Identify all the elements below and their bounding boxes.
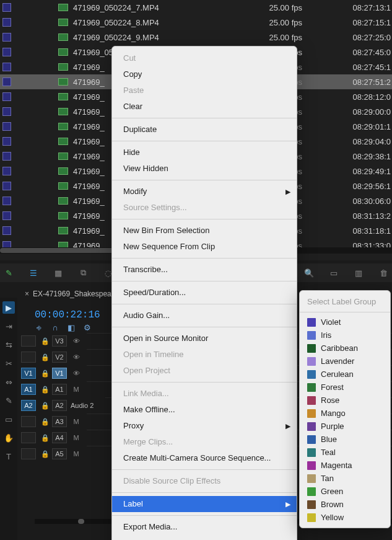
v2-source-patch[interactable]: [21, 352, 36, 363]
menu-view-hidden[interactable]: View Hidden: [112, 161, 297, 177]
v3-source-patch[interactable]: [21, 335, 36, 347]
label-tag[interactable]: [2, 226, 11, 235]
label-option[interactable]: Tan: [300, 472, 390, 485]
a4-target[interactable]: A4: [52, 432, 67, 443]
label-tag[interactable]: [2, 211, 11, 220]
lock-icon[interactable]: 🔒: [40, 352, 51, 363]
label-option[interactable]: Forest: [300, 381, 390, 394]
menu-speed[interactable]: Speed/Duration...: [112, 285, 297, 301]
menu-open-source[interactable]: Open in Source Monitor: [112, 330, 297, 347]
a3-target[interactable]: A3: [52, 416, 67, 427]
menu-modify[interactable]: Modify▶: [112, 184, 297, 200]
settings-icon[interactable]: ⚙: [83, 323, 92, 332]
lock-icon[interactable]: 🔒: [40, 368, 51, 379]
label-tag[interactable]: [2, 77, 11, 86]
v3-target[interactable]: V3: [52, 335, 67, 347]
close-icon[interactable]: ×: [25, 290, 29, 298]
lock-icon[interactable]: 🔒: [40, 448, 51, 459]
lock-icon[interactable]: 🔒: [40, 384, 51, 395]
v2-target[interactable]: V2: [52, 352, 67, 363]
slip-tool-icon[interactable]: ⇔: [2, 376, 15, 388]
label-option[interactable]: Iris: [300, 329, 390, 342]
mute-icon[interactable]: M: [71, 432, 82, 443]
menu-duplicate[interactable]: Duplicate: [112, 122, 297, 138]
a2-target[interactable]: A2: [52, 400, 67, 411]
lock-icon[interactable]: 🔒: [40, 432, 51, 443]
label-tag[interactable]: [2, 137, 11, 146]
mute-icon[interactable]: M: [71, 416, 82, 427]
menu-audio-gain[interactable]: Audio Gain...: [112, 308, 297, 324]
a1-source-patch[interactable]: A1: [21, 384, 36, 395]
label-option[interactable]: Blue: [300, 433, 390, 446]
menu-proxy[interactable]: Proxy▶: [112, 418, 297, 434]
label-tag[interactable]: [2, 3, 11, 12]
label-tag[interactable]: [2, 197, 11, 205]
trash-icon[interactable]: 🗑: [378, 268, 388, 278]
label-tag[interactable]: [2, 18, 11, 27]
pencil-icon[interactable]: ✎: [4, 268, 14, 278]
label-tag[interactable]: [2, 48, 11, 56]
ripple-tool-icon[interactable]: ⇆: [2, 339, 15, 351]
label-option[interactable]: Caribbean: [300, 342, 390, 355]
a1-target[interactable]: A1: [52, 384, 67, 395]
menu-transcribe[interactable]: Transcribe...: [112, 262, 297, 278]
a5-source-patch[interactable]: [21, 448, 36, 459]
a4-source-patch[interactable]: [21, 432, 36, 443]
insert-icon[interactable]: ⎆: [35, 323, 43, 332]
label-tag[interactable]: [2, 182, 11, 190]
label-option[interactable]: Lavender: [300, 355, 390, 368]
v1-target[interactable]: V1: [52, 368, 67, 379]
label-option[interactable]: Brown: [300, 498, 390, 511]
pen-tool-icon[interactable]: ✎: [2, 394, 15, 407]
label-tag[interactable]: [2, 152, 11, 161]
a3-source-patch[interactable]: [21, 416, 36, 427]
a5-target[interactable]: A5: [52, 448, 67, 459]
lock-icon[interactable]: 🔒: [40, 400, 51, 411]
menu-hide[interactable]: Hide: [112, 144, 297, 161]
label-tag[interactable]: [2, 122, 11, 131]
track-select-tool-icon[interactable]: ⇥: [2, 320, 15, 332]
new-bin-icon[interactable]: ▭: [329, 268, 339, 278]
hand-tool-icon[interactable]: ✋: [2, 432, 15, 444]
eye-icon[interactable]: 👁: [71, 368, 82, 379]
marker-icon[interactable]: ◧: [67, 323, 76, 332]
mute-icon[interactable]: M: [71, 448, 82, 459]
type-tool-icon[interactable]: T: [2, 450, 15, 463]
label-tag[interactable]: [2, 167, 11, 175]
eye-icon[interactable]: 👁: [71, 352, 82, 363]
freeform-view-icon[interactable]: ⧉: [78, 268, 88, 278]
selection-tool-icon[interactable]: ▶: [2, 301, 15, 314]
timeline-zoom-thumb[interactable]: [78, 519, 84, 524]
label-option[interactable]: Green: [300, 485, 390, 498]
sequence-tab[interactable]: × EX-471969_Shakespea: [25, 290, 111, 298]
search-icon[interactable]: 🔍: [304, 268, 314, 278]
menu-copy[interactable]: Copy: [112, 66, 297, 82]
label-option[interactable]: Cerulean: [300, 368, 390, 381]
eye-icon[interactable]: 👁: [71, 335, 82, 347]
label-option[interactable]: Violet: [300, 316, 390, 329]
a2-source-patch[interactable]: A2: [21, 400, 36, 411]
menu-new-sequence[interactable]: New Sequence From Clip: [112, 239, 297, 255]
mute-icon[interactable]: M: [71, 384, 82, 395]
new-item-icon[interactable]: ▥: [354, 268, 364, 278]
menu-make-offline[interactable]: Make Offline...: [112, 402, 297, 418]
menu-label[interactable]: Label▶: [112, 496, 297, 512]
menu-multicam[interactable]: Create Multi-Camera Source Sequence...: [112, 450, 297, 466]
lock-icon[interactable]: 🔒: [40, 335, 51, 347]
label-tag[interactable]: [2, 107, 11, 116]
playhead-timecode[interactable]: 00:00:22:16: [35, 309, 100, 321]
menu-clear[interactable]: Clear: [112, 99, 297, 115]
label-option[interactable]: Mango: [300, 407, 390, 420]
lock-icon[interactable]: 🔒: [40, 416, 51, 427]
label-tag[interactable]: [2, 63, 11, 71]
menu-new-bin[interactable]: New Bin From Selection: [112, 223, 297, 239]
label-option[interactable]: Yellow: [300, 511, 390, 524]
label-option[interactable]: Rose: [300, 394, 390, 407]
label-option[interactable]: Purple: [300, 420, 390, 433]
rect-tool-icon[interactable]: ▭: [2, 413, 15, 425]
clip-row[interactable]: 471969_050224_7.MP425.00 fps08:27:13:1: [0, 0, 392, 15]
clip-row[interactable]: 471969_050224_8.MP425.00 fps08:27:15:1: [0, 15, 392, 30]
razor-tool-icon[interactable]: ✂: [2, 357, 15, 370]
snap-icon[interactable]: ∩: [51, 323, 59, 332]
label-tag[interactable]: [2, 33, 11, 42]
